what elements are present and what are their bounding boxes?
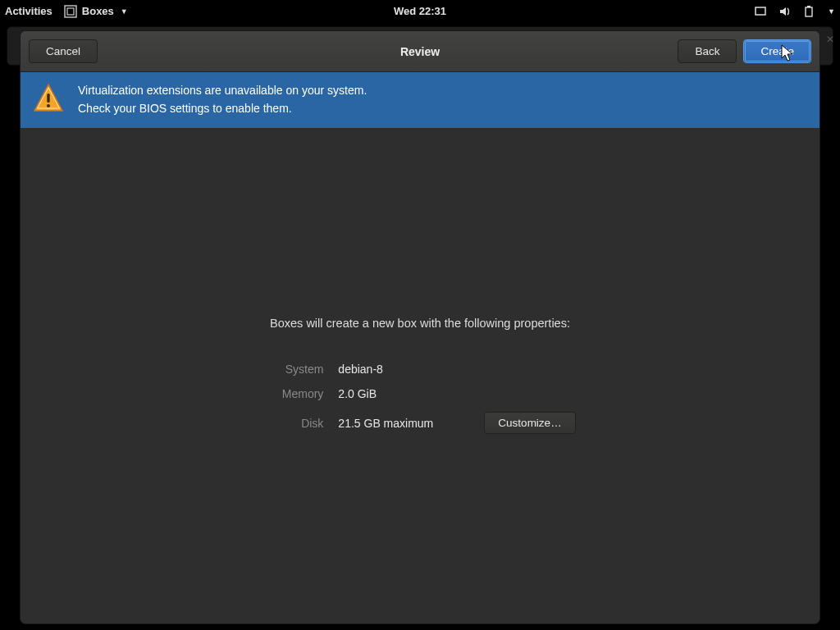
gnome-topbar: Activities Boxes ▼ Wed 22:31 ▼ <box>0 0 840 22</box>
system-value: debian-8 <box>338 363 469 376</box>
warning-line-2: Check your BIOS settings to enable them. <box>78 100 367 118</box>
activities-button[interactable]: Activities <box>5 5 52 17</box>
properties-grid: System debian-8 Memory 2.0 GiB Disk 21.5… <box>264 363 575 434</box>
disk-label: Disk <box>264 417 323 430</box>
svg-rect-3 <box>806 7 812 16</box>
review-dialog: Cancel Review Back Create Virtualization… <box>20 30 820 624</box>
system-label: System <box>264 363 323 376</box>
dialog-header: Cancel Review Back Create <box>21 31 819 72</box>
volume-icon[interactable] <box>778 5 792 18</box>
battery-icon[interactable] <box>803 5 815 18</box>
review-intro: Boxes will create a new box with the fol… <box>270 317 570 330</box>
svg-rect-5 <box>47 94 49 103</box>
app-menu-label: Boxes <box>82 5 114 17</box>
disk-value: 21.5 GB maximum <box>338 417 469 430</box>
chevron-down-icon[interactable]: ▼ <box>828 7 835 16</box>
back-button[interactable]: Back <box>678 39 737 63</box>
svg-rect-2 <box>756 7 765 15</box>
svg-rect-1 <box>67 8 74 15</box>
cancel-button[interactable]: Cancel <box>29 39 98 63</box>
memory-value: 2.0 GiB <box>338 387 469 400</box>
svg-point-6 <box>47 104 50 107</box>
svg-rect-0 <box>65 6 76 17</box>
warning-line-1: Virtualization extensions are unavailabl… <box>78 82 367 100</box>
customize-button[interactable]: Customize… <box>484 412 575 434</box>
memory-label: Memory <box>264 387 323 400</box>
warning-banner: Virtualization extensions are unavailabl… <box>21 72 819 128</box>
app-menu[interactable]: Boxes ▼ <box>64 5 128 18</box>
warning-icon <box>32 82 65 118</box>
chevron-down-icon: ▼ <box>121 7 128 16</box>
dialog-body: Boxes will create a new box with the fol… <box>21 128 819 623</box>
boxes-app-icon <box>64 5 77 18</box>
screen-icon[interactable] <box>754 5 767 18</box>
clock[interactable]: Wed 22:31 <box>394 5 446 17</box>
dialog-title: Review <box>400 45 440 58</box>
create-button[interactable]: Create <box>743 39 811 63</box>
svg-rect-4 <box>807 6 810 7</box>
